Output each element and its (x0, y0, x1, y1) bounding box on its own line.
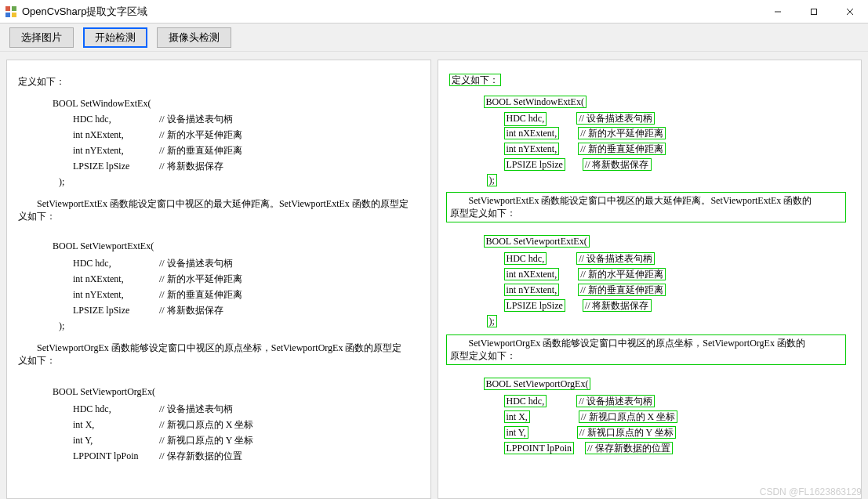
titlebar: OpenCvSharp提取文字区域 (0, 0, 868, 24)
detected-region: BOOL SetViewportExtEx( (484, 236, 591, 248)
maximize-button[interactable] (796, 0, 832, 23)
detected-region: int Y,// 新视口原点的 Y 坐标 (504, 427, 677, 439)
detected-region: int nYExtent,// 新的垂直延伸距离 (504, 143, 667, 156)
detected-region: LPPOINT lpPoin// 保存新数据的位置 (504, 443, 674, 455)
detected-region: BOOL SetWindowExtEx( (484, 96, 588, 109)
text-line: HDC hdc,// 设备描述表句柄 (73, 114, 233, 126)
window-controls (760, 0, 868, 23)
text-line: int Y,// 新视口原点的 Y 坐标 (73, 435, 253, 447)
detected-region: int X,// 新视口原点的 X 坐标 (504, 411, 680, 424)
text-line: int X,// 新视口原点的 X 坐标 (73, 419, 253, 432)
text-line: LPSIZE lpSize// 将新数据保存 (73, 305, 223, 317)
content-area: 定义如下： BOOL SetWindowExtEx( HDC hdc,// 设备… (0, 52, 868, 499)
maximize-icon (810, 8, 818, 16)
detected-region: HDC hdc,// 设备描述表句柄 (504, 396, 656, 408)
window-title: OpenCvSharp提取文字区域 (22, 5, 760, 19)
watermark: CSDN @FL1623863129 (760, 486, 862, 497)
close-button[interactable] (832, 0, 868, 23)
select-image-button[interactable]: 选择图片 (9, 27, 74, 48)
detected-region: SetViewportExtEx 函数能设定窗口中视区的最大延伸距离。SetVi… (446, 192, 846, 222)
detected-region: BOOL SetViewportOrgEx( (484, 378, 593, 391)
detected-region: LPSIZE lpSize// 将新数据保存 (504, 300, 653, 313)
detected-region: 定义如下： (449, 74, 503, 87)
text-line: BOOL SetViewportExtEx( (53, 240, 154, 253)
camera-detect-button[interactable]: 摄像头检测 (157, 27, 231, 48)
svg-rect-0 (5, 6, 10, 11)
text-line: LPPOINT lpPoin// 保存新数据的位置 (73, 450, 242, 463)
detected-region: ); (487, 316, 499, 328)
detected-region: int nYExtent,// 新的垂直延伸距离 (504, 284, 667, 297)
text-line: ); (59, 176, 64, 189)
app-icon (5, 5, 17, 18)
text-paragraph: SetViewportExtEx 函数能设定窗口中视区的最大延伸距离。SetVi… (18, 198, 410, 222)
text-paragraph: SetViewportOrgEx 函数能够设定窗口中视区的原点坐标，SetVie… (18, 342, 410, 367)
text-line: LPSIZE lpSize// 将新数据保存 (73, 161, 223, 173)
text-line: int nYExtent,// 新的垂直延伸距离 (73, 145, 242, 157)
detected-region: HDC hdc,// 设备描述表句柄 (504, 253, 656, 266)
detected-region: SetViewportOrgEx 函数能够设定窗口中视区的原点坐标，SetVie… (446, 334, 846, 365)
text-line: BOOL SetWindowExtEx( (53, 98, 151, 110)
text-line: BOOL SetViewportOrgEx( (53, 386, 155, 399)
close-icon (846, 8, 854, 16)
detected-region: HDC hdc,// 设备描述表句柄 (504, 112, 656, 126)
result-pane: 定义如下： BOOL SetWindowExtEx( HDC hdc,// 设备… (438, 60, 863, 499)
detected-region: int nXExtent,// 新的水平延伸距离 (504, 128, 667, 140)
detected-region: int nXExtent,// 新的水平延伸距离 (504, 269, 667, 281)
text-line: int nYExtent,// 新的垂直延伸距离 (73, 289, 242, 302)
text-line: ); (59, 320, 64, 333)
text-line: int nXExtent,// 新的水平延伸距离 (73, 129, 242, 142)
text-line: int nXExtent,// 新的水平延伸距离 (73, 273, 242, 286)
text-line: HDC hdc,// 设备描述表句柄 (73, 258, 233, 270)
minimize-button[interactable] (760, 0, 796, 23)
text-line: 定义如下： (18, 76, 65, 89)
svg-rect-3 (12, 13, 16, 17)
svg-rect-1 (12, 6, 16, 11)
detected-region: LPSIZE lpSize// 将新数据保存 (504, 159, 653, 172)
source-pane: 定义如下： BOOL SetWindowExtEx( HDC hdc,// 设备… (6, 60, 431, 499)
start-detect-button[interactable]: 开始检测 (83, 27, 147, 48)
svg-rect-5 (812, 9, 817, 14)
detected-region: ); (487, 175, 499, 187)
svg-rect-2 (5, 13, 10, 17)
text-line: HDC hdc,// 设备描述表句柄 (73, 403, 233, 416)
minimize-icon (774, 8, 782, 16)
toolbar: 选择图片 开始检测 摄像头检测 (0, 24, 868, 52)
